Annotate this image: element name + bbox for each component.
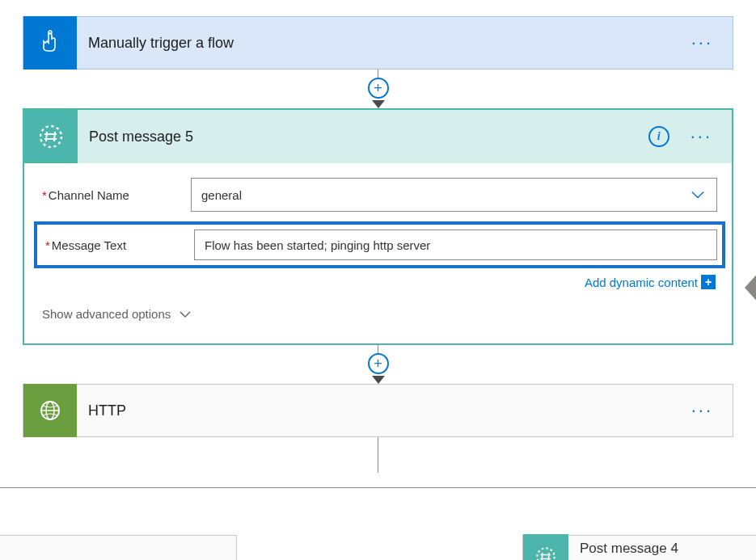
slack-hash-icon: [24, 110, 78, 163]
add-step-button[interactable]: +: [368, 78, 389, 99]
trigger-card[interactable]: Manually trigger a flow ···: [23, 16, 733, 69]
message-text-value: Flow has been started; pinging http serv…: [205, 238, 430, 252]
action-card-post-message: Post message 5 i ··· *Channel Name gener…: [23, 108, 733, 345]
arrow-down-icon: [372, 100, 385, 108]
http-more-menu[interactable]: ···: [691, 400, 733, 421]
svg-point-1: [40, 126, 61, 147]
chevron-down-icon: [691, 187, 705, 202]
connector-add-step: +: [23, 69, 733, 108]
add-dynamic-content-link[interactable]: Add dynamic content: [585, 276, 698, 289]
slack-hash-icon: [523, 534, 568, 560]
action-title: Post message 5: [78, 128, 648, 145]
channel-name-value: general: [201, 188, 242, 202]
action-more-menu[interactable]: ···: [691, 126, 732, 147]
required-star: *: [45, 238, 50, 252]
branch-split-line: [0, 487, 756, 488]
connector-line: [378, 345, 378, 353]
trigger-title: Manually trigger a flow: [77, 35, 691, 52]
chevron-down-icon: [179, 310, 192, 318]
channel-name-label: *Channel Name: [42, 188, 191, 202]
show-advanced-options-toggle[interactable]: Show advanced options: [42, 307, 717, 339]
action-header[interactable]: Post message 5 i ···: [24, 110, 732, 163]
message-text-label: *Message Text: [42, 238, 194, 252]
connector-line: [378, 69, 378, 78]
trigger-more-menu[interactable]: ···: [691, 32, 733, 53]
message-text-row-highlighted: *Message Text Flow has been started; pin…: [34, 221, 725, 268]
arrow-down-icon: [372, 376, 385, 384]
globe-icon: [23, 384, 77, 437]
http-title: HTTP: [77, 402, 691, 419]
channel-name-row: *Channel Name general: [42, 178, 717, 212]
info-icon[interactable]: i: [648, 126, 669, 147]
svg-point-0: [49, 31, 52, 34]
connector-line: [378, 437, 378, 473]
action-body: *Channel Name general *Message Text Flow…: [24, 163, 732, 343]
dynamic-content-badge-icon[interactable]: +: [701, 275, 716, 289]
branch-card-right[interactable]: Post message 4: [522, 535, 756, 560]
http-card[interactable]: HTTP ···: [23, 384, 733, 437]
branch-card-right-title: Post message 4: [568, 536, 678, 557]
add-step-button[interactable]: +: [368, 353, 389, 374]
connector-add-step: +: [23, 345, 733, 384]
dynamic-content-row: Add dynamic content +: [42, 275, 717, 289]
message-text-input[interactable]: Flow has been started; pinging http serv…: [194, 229, 717, 260]
branch-card-left[interactable]: [0, 535, 237, 560]
manual-trigger-icon: [23, 16, 77, 69]
channel-name-dropdown[interactable]: general: [191, 178, 717, 212]
required-star: *: [42, 188, 47, 202]
